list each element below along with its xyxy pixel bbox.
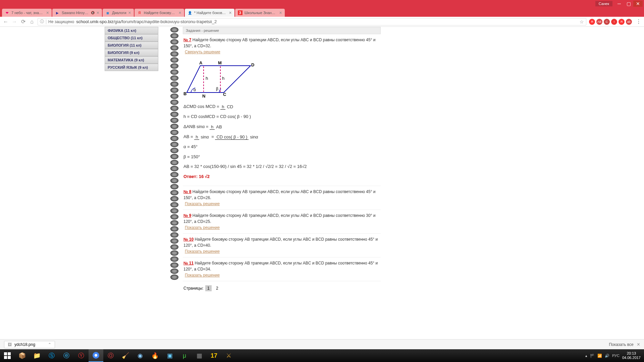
tab-0[interactable]: ❤7 небо - чат, знакомств× — [2, 9, 52, 17]
browser-tabs: ❤7 небо - чат, знакомств× ▶Sawano Hiroyu… — [0, 7, 644, 17]
secure-label: Не защищено — [46, 19, 74, 24]
close-icon[interactable]: × — [128, 10, 131, 15]
close-icon[interactable]: × — [279, 10, 282, 15]
extension-icons: Я AB C ! Я ab — [589, 19, 632, 25]
close-icon[interactable]: × — [179, 10, 181, 15]
bookmark-star-icon[interactable]: ☆ — [580, 19, 584, 24]
close-icon[interactable]: × — [229, 10, 232, 15]
window-titlebar: Санек ─ ▢ ✕ — [0, 0, 644, 7]
tab-2[interactable]: ◼Диалоги× — [103, 9, 134, 17]
forward-button[interactable]: → — [11, 19, 17, 25]
tab-4[interactable]: 👤* Найдите боковую сто× — [185, 9, 234, 17]
ext-a2-icon[interactable]: ab — [626, 19, 632, 25]
ext-red-icon[interactable]: ! — [611, 19, 617, 25]
address-bar: ← → ⟳ ⌂ ⓘ Не защищено school.umk-spo.biz… — [0, 17, 644, 27]
info-icon[interactable]: ⓘ — [40, 19, 44, 24]
tab-5[interactable]: ЗШкольные Знания.com× — [235, 9, 285, 17]
tab-1[interactable]: ▶Sawano Hiroyuki & B🔇× — [52, 9, 102, 17]
close-icon[interactable]: × — [97, 10, 99, 15]
reload-button[interactable]: ⟳ — [20, 18, 26, 25]
tab-3[interactable]: ЯНайдите боковую стор× — [135, 9, 184, 17]
home-button[interactable]: ⌂ — [29, 19, 35, 25]
back-button[interactable]: ← — [3, 19, 9, 25]
ext-yandex-icon[interactable]: Я — [589, 19, 595, 25]
url-input[interactable]: ⓘ Не защищено school.umk-spo.biz/gia/for… — [38, 18, 586, 25]
close-icon[interactable]: × — [46, 10, 49, 15]
ext-y2-icon[interactable]: Я — [619, 19, 625, 25]
url-text: school.umk-spo.biz/gia/forum/trapc/naydi… — [76, 19, 578, 24]
ext-circle-icon[interactable]: C — [604, 19, 610, 25]
ext-adblock-icon[interactable]: AB — [596, 19, 602, 25]
minimize-button[interactable]: ─ — [614, 1, 624, 7]
menu-icon[interactable]: ⋮ — [636, 18, 641, 25]
close-button[interactable]: ✕ — [633, 1, 643, 7]
maximize-button[interactable]: ▢ — [624, 1, 633, 7]
user-badge[interactable]: Санек — [595, 1, 612, 6]
